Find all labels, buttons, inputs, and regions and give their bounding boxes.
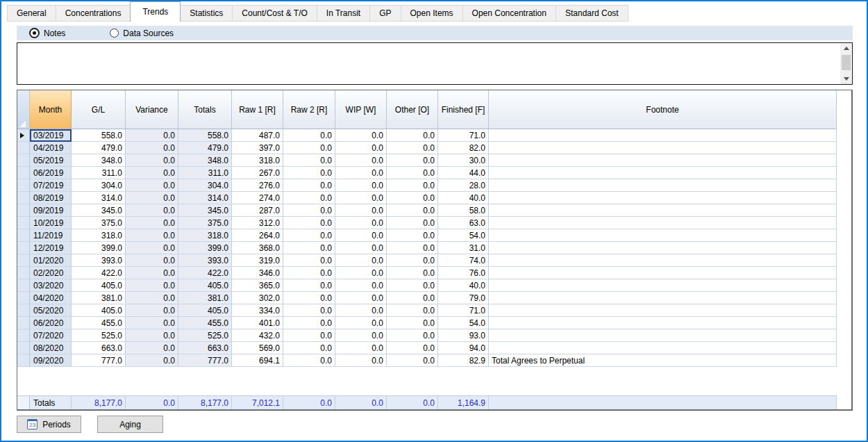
column-header-other[interactable]: Other [O] <box>387 90 438 129</box>
cell-variance[interactable]: 0.0 <box>126 267 178 279</box>
row-selector[interactable] <box>17 242 30 254</box>
row-selector[interactable] <box>17 142 30 154</box>
cell-raw2[interactable]: 0.0 <box>283 329 335 342</box>
cell-gl[interactable]: 381.0 <box>72 292 126 304</box>
column-header-gl[interactable]: G/L <box>72 90 126 129</box>
cell-variance[interactable]: 0.0 <box>126 304 178 317</box>
cell-other[interactable]: 0.0 <box>387 329 438 342</box>
cell-month[interactable]: 08/2019 <box>30 192 72 204</box>
cell-raw2[interactable]: 0.0 <box>283 242 335 254</box>
cell-month[interactable]: 03/2020 <box>30 279 72 292</box>
scrollbar-track[interactable] <box>840 54 852 74</box>
scroll-down-button[interactable] <box>840 74 852 84</box>
cell-wip[interactable]: 0.0 <box>335 154 387 167</box>
cell-wip[interactable]: 0.0 <box>335 292 387 304</box>
cell-raw1[interactable]: 334.0 <box>232 304 283 317</box>
cell-footnote[interactable] <box>489 342 837 354</box>
row-selector[interactable] <box>17 304 30 317</box>
cell-other[interactable]: 0.0 <box>387 142 438 154</box>
periods-button[interactable]: 23 Periods <box>17 416 81 433</box>
tab-standard-cost[interactable]: Standard Cost <box>556 5 628 22</box>
cell-footnote[interactable] <box>489 217 837 229</box>
row-selector[interactable] <box>17 254 30 267</box>
cell-footnote[interactable] <box>489 167 837 179</box>
cell-variance[interactable]: 0.0 <box>126 229 178 242</box>
cell-other[interactable]: 0.0 <box>387 179 438 192</box>
tab-open-concentration[interactable]: Open Concentration <box>462 5 556 22</box>
cell-variance[interactable]: 0.0 <box>126 167 178 179</box>
tab-in-transit[interactable]: In Transit <box>317 5 370 22</box>
cell-wip[interactable]: 0.0 <box>335 217 387 229</box>
cell-raw2[interactable]: 0.0 <box>283 217 335 229</box>
row-selector[interactable] <box>17 342 30 354</box>
cell-month[interactable]: 10/2019 <box>30 217 72 229</box>
cell-wip[interactable]: 0.0 <box>335 267 387 279</box>
column-header-totals[interactable]: Totals <box>178 90 232 129</box>
cell-wip[interactable]: 0.0 <box>335 142 387 154</box>
cell-totals[interactable]: 399.0 <box>178 242 232 254</box>
cell-gl[interactable]: 777.0 <box>72 354 126 367</box>
row-selector[interactable] <box>17 217 30 229</box>
cell-totals[interactable]: 558.0 <box>178 129 232 142</box>
row-selector[interactable] <box>17 179 30 192</box>
cell-month[interactable]: 09/2020 <box>30 354 72 367</box>
cell-month[interactable]: 09/2019 <box>30 204 72 217</box>
cell-raw2[interactable]: 0.0 <box>283 254 335 267</box>
row-selector[interactable] <box>17 267 30 279</box>
cell-other[interactable]: 0.0 <box>387 267 438 279</box>
cell-month[interactable]: 12/2019 <box>30 242 72 254</box>
row-selector[interactable] <box>17 354 30 367</box>
cell-footnote[interactable] <box>489 317 837 329</box>
cell-other[interactable]: 0.0 <box>387 229 438 242</box>
cell-wip[interactable]: 0.0 <box>335 342 387 354</box>
cell-footnote[interactable] <box>489 242 837 254</box>
cell-wip[interactable]: 0.0 <box>335 254 387 267</box>
column-header-raw1[interactable]: Raw 1 [R] <box>232 90 283 129</box>
row-selector[interactable] <box>17 279 30 292</box>
row-selector[interactable] <box>17 329 30 342</box>
cell-month[interactable]: 11/2019 <box>30 229 72 242</box>
cell-wip[interactable]: 0.0 <box>335 242 387 254</box>
column-header-footnote[interactable]: Footnote <box>489 90 837 129</box>
cell-raw1[interactable]: 267.0 <box>232 167 283 179</box>
cell-raw2[interactable]: 0.0 <box>283 354 335 367</box>
cell-raw1[interactable]: 287.0 <box>232 204 283 217</box>
cell-month[interactable]: 07/2020 <box>30 329 72 342</box>
cell-footnote[interactable] <box>489 279 837 292</box>
cell-raw1[interactable]: 694.1 <box>232 354 283 367</box>
cell-variance[interactable]: 0.0 <box>126 292 178 304</box>
cell-totals[interactable]: 314.0 <box>178 192 232 204</box>
select-all-corner[interactable] <box>17 90 30 129</box>
cell-other[interactable]: 0.0 <box>387 279 438 292</box>
cell-other[interactable]: 0.0 <box>387 304 438 317</box>
cell-variance[interactable]: 0.0 <box>126 279 178 292</box>
cell-wip[interactable]: 0.0 <box>335 204 387 217</box>
cell-raw2[interactable]: 0.0 <box>283 342 335 354</box>
cell-raw1[interactable]: 274.0 <box>232 192 283 204</box>
cell-wip[interactable]: 0.0 <box>335 279 387 292</box>
cell-raw1[interactable]: 302.0 <box>232 292 283 304</box>
cell-other[interactable]: 0.0 <box>387 317 438 329</box>
cell-gl[interactable]: 345.0 <box>72 204 126 217</box>
cell-finished[interactable]: 44.0 <box>438 167 489 179</box>
cell-wip[interactable]: 0.0 <box>335 317 387 329</box>
tab-statistics[interactable]: Statistics <box>180 5 233 22</box>
notes-textarea[interactable] <box>17 42 853 85</box>
cell-finished[interactable]: 30.0 <box>438 154 489 167</box>
cell-finished[interactable]: 63.0 <box>438 217 489 229</box>
scroll-up-button[interactable] <box>840 43 852 54</box>
cell-wip[interactable]: 0.0 <box>335 304 387 317</box>
row-selector[interactable] <box>17 204 30 217</box>
cell-totals[interactable]: 318.0 <box>178 229 232 242</box>
cell-gl[interactable]: 304.0 <box>72 179 126 192</box>
cell-variance[interactable]: 0.0 <box>126 154 178 167</box>
cell-raw2[interactable]: 0.0 <box>283 279 335 292</box>
row-selector[interactable] <box>17 154 30 167</box>
cell-totals[interactable]: 345.0 <box>178 204 232 217</box>
cell-raw1[interactable]: 276.0 <box>232 179 283 192</box>
cell-month[interactable]: 01/2020 <box>30 254 72 267</box>
row-selector[interactable] <box>17 317 30 329</box>
cell-variance[interactable]: 0.0 <box>126 179 178 192</box>
cell-footnote[interactable] <box>489 179 837 192</box>
cell-other[interactable]: 0.0 <box>387 342 438 354</box>
